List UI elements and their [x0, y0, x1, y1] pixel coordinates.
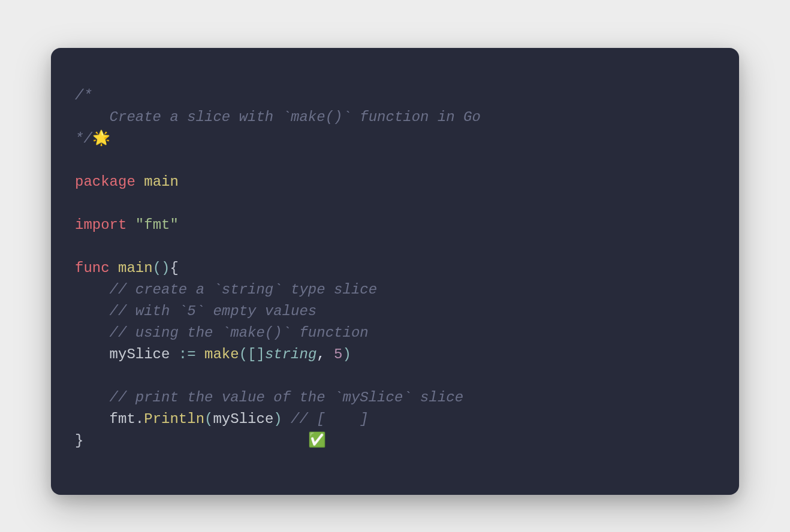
close-paren: )	[161, 260, 170, 276]
package-name: main	[135, 174, 179, 190]
package-keyword: package	[75, 174, 135, 190]
comment-4: // print the value of the `mySlice` slic…	[110, 389, 464, 406]
indent	[75, 282, 110, 298]
indent	[75, 325, 110, 341]
comma: ,	[316, 346, 334, 362]
print-open: (	[204, 411, 213, 427]
print-arg: mySlice	[213, 411, 273, 427]
var-name: mySlice	[110, 346, 170, 362]
indent	[75, 303, 110, 319]
comment-3: // using the `make()` function	[110, 325, 369, 341]
comment-1: // create a `string` type slice	[110, 282, 377, 298]
comment-block-close: */	[75, 131, 92, 147]
println-method: Println	[144, 411, 204, 427]
func-keyword: func	[75, 260, 110, 276]
fmt-ident: fmt	[110, 411, 135, 427]
open-paren: (	[153, 260, 161, 276]
indent	[75, 411, 110, 427]
comment-block-open: /*	[75, 87, 92, 104]
make-open: (	[239, 346, 248, 362]
indent	[75, 346, 110, 362]
check-spacing	[83, 433, 307, 449]
slice-open: [	[248, 346, 256, 362]
comment-output: // [ ]	[282, 411, 369, 427]
make-close: )	[343, 346, 351, 362]
slice-close: ]	[256, 346, 264, 362]
close-brace: }	[75, 433, 83, 449]
dot: .	[135, 411, 144, 427]
type-string: string	[265, 346, 316, 362]
make-func: make	[204, 346, 239, 362]
import-value: "fmt"	[126, 217, 178, 233]
indent	[75, 389, 110, 406]
number-5: 5	[334, 346, 342, 362]
code-content: /* Create a slice with `make()` function…	[75, 85, 715, 452]
open-brace: {	[170, 260, 178, 276]
func-name: main	[110, 260, 153, 276]
comment-2: // with `5` empty values	[110, 303, 317, 319]
check-emoji: ✅	[308, 433, 326, 449]
comment-line-1: Create a slice with `make()` function in…	[75, 109, 481, 125]
sparkle-emoji: 🌟	[92, 131, 110, 147]
assign-op: :=	[170, 346, 204, 362]
code-container: /* Create a slice with `make()` function…	[51, 48, 739, 495]
import-keyword: import	[75, 217, 126, 233]
print-close: )	[273, 411, 282, 427]
